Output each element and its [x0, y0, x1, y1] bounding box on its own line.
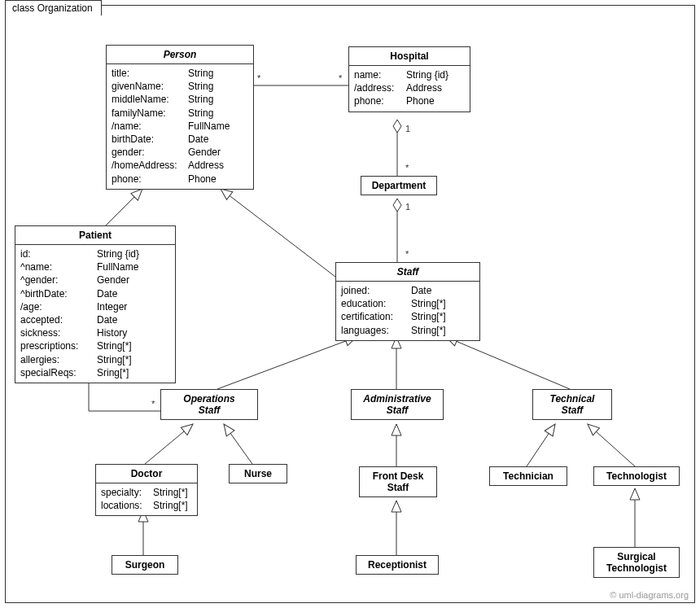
attribute-row: name:String {id}: [354, 68, 465, 81]
frame-label-text: class Organization: [12, 2, 93, 14]
class-technician: Technician: [489, 466, 567, 486]
class-person: Person title:StringgivenName:Stringmiddl…: [106, 45, 254, 190]
attribute-row: joined:Date: [341, 284, 475, 297]
attribute-row: specialty:String[*]: [101, 486, 192, 499]
attribute-type: String[*]: [153, 486, 192, 499]
attribute-row: /address:Address: [354, 81, 465, 94]
attribute-row: sickness:History: [20, 326, 170, 339]
class-technologist-title: Technologist: [594, 467, 679, 485]
attribute-type: Phone: [406, 94, 465, 107]
attribute-name: sickness:: [20, 326, 97, 339]
class-patient: Patient id:String {id}^name:FullName^gen…: [15, 225, 176, 383]
class-hospital: Hospital name:String {id}/address:Addres…: [348, 46, 470, 112]
attribute-type: String[*]: [153, 499, 192, 512]
attribute-name: accepted:: [20, 313, 97, 326]
attribute-row: phone:Phone: [112, 173, 248, 186]
attribute-type: Address: [188, 159, 248, 172]
attribute-name: /homeAddress:: [112, 159, 188, 172]
attribute-name: /age:: [20, 300, 97, 313]
class-surgeon-title: Surgeon: [112, 556, 177, 574]
attribute-name: givenName:: [112, 80, 188, 93]
class-staff-body: joined:Dateeducation:String[*]certificat…: [336, 282, 479, 340]
attribute-row: gender:Gender: [112, 146, 248, 159]
watermark: © uml-diagrams.org: [610, 590, 689, 600]
attribute-name: name:: [354, 68, 406, 81]
svg-line-3: [106, 189, 142, 225]
class-admin-staff-title: Administrative Staff: [352, 390, 443, 419]
class-tech-staff: Technical Staff: [532, 389, 612, 420]
attribute-row: familyName:String: [112, 107, 248, 120]
attribute-name: specialReqs:: [20, 366, 97, 379]
class-ops-staff-title: Operations Staff: [161, 390, 257, 419]
attribute-type: FullName: [188, 120, 248, 133]
attribute-row: languages:String[*]: [341, 324, 475, 337]
class-doctor-title: Doctor: [96, 465, 197, 483]
class-person-title: Person: [107, 46, 253, 64]
mult-dept-staff-1: 1: [405, 202, 410, 212]
frame-label: class Organization: [5, 0, 102, 15]
attribute-type: String {id}: [97, 247, 170, 260]
attribute-type: String: [188, 93, 248, 106]
attribute-name: phone:: [354, 94, 406, 107]
mult-dept-staff-star: *: [405, 249, 409, 259]
attribute-type: String: [188, 67, 248, 80]
attribute-name: certification:: [341, 310, 411, 323]
class-patient-title: Patient: [15, 226, 175, 245]
attribute-name: title:: [112, 67, 188, 80]
attribute-row: locations:String[*]: [101, 499, 192, 512]
class-staff: Staff joined:Dateeducation:String[*]cert…: [335, 262, 480, 341]
class-department-title: Department: [361, 177, 436, 195]
attribute-name: /address:: [354, 81, 406, 94]
mult-hosp-dept-1: 1: [405, 124, 410, 133]
svg-line-5: [217, 337, 357, 389]
attribute-name: allergies:: [20, 353, 97, 366]
class-surgtech: Surgical Technologist: [593, 547, 680, 578]
attribute-row: middleName:String: [112, 93, 248, 106]
attribute-type: String {id}: [406, 68, 465, 81]
attribute-type: String[*]: [97, 339, 170, 352]
attribute-type: String[*]: [97, 353, 170, 366]
svg-line-12: [588, 424, 635, 466]
mult-person-side: *: [257, 73, 260, 83]
svg-line-9: [224, 424, 252, 464]
attribute-name: locations:: [101, 499, 153, 512]
attribute-type: Date: [411, 284, 475, 297]
attribute-name: gender:: [112, 146, 188, 159]
attribute-name: birthDate:: [112, 133, 188, 146]
attribute-row: accepted:Date: [20, 313, 170, 326]
class-nurse: Nurse: [229, 464, 287, 483]
attribute-name: joined:: [341, 284, 411, 297]
attribute-type: Gender: [97, 273, 170, 287]
class-staff-title: Staff: [336, 263, 479, 282]
svg-line-4: [221, 189, 335, 277]
class-receptionist: Receptionist: [356, 555, 439, 575]
attribute-name: specialty:: [101, 486, 153, 499]
attribute-type: Integer: [97, 300, 170, 313]
attribute-row: givenName:String: [112, 80, 248, 93]
attribute-row: specialReqs:Sring[*]: [20, 366, 170, 379]
attribute-type: Sring[*]: [97, 366, 170, 379]
attribute-type: Date: [97, 313, 170, 326]
mult-hospital-side: *: [339, 73, 342, 83]
attribute-row: /age:Integer: [20, 300, 170, 313]
class-department: Department: [361, 176, 437, 195]
attribute-type: History: [97, 326, 170, 339]
attribute-name: familyName:: [112, 107, 188, 120]
class-hospital-body: name:String {id}/address:Addressphone:Ph…: [349, 66, 470, 112]
attribute-type: FullName: [97, 260, 170, 273]
mult-hosp-dept-star: *: [405, 163, 409, 173]
attribute-row: birthDate:Date: [112, 133, 248, 146]
mult-ops-side: *: [151, 399, 155, 409]
attribute-type: Gender: [188, 146, 248, 159]
attribute-name: ^gender:: [20, 273, 97, 287]
attribute-name: /name:: [112, 120, 188, 133]
attribute-row: phone:Phone: [354, 94, 465, 107]
attribute-name: ^birthDate:: [20, 287, 97, 300]
class-nurse-title: Nurse: [230, 465, 287, 483]
attribute-type: Phone: [188, 173, 248, 186]
class-person-body: title:StringgivenName:StringmiddleName:S…: [107, 64, 253, 189]
attribute-row: /name:FullName: [112, 120, 248, 133]
class-tech-staff-title: Technical Staff: [533, 390, 611, 419]
attribute-name: middleName:: [112, 93, 188, 106]
class-doctor-body: specialty:String[*]locations:String[*]: [96, 483, 197, 515]
